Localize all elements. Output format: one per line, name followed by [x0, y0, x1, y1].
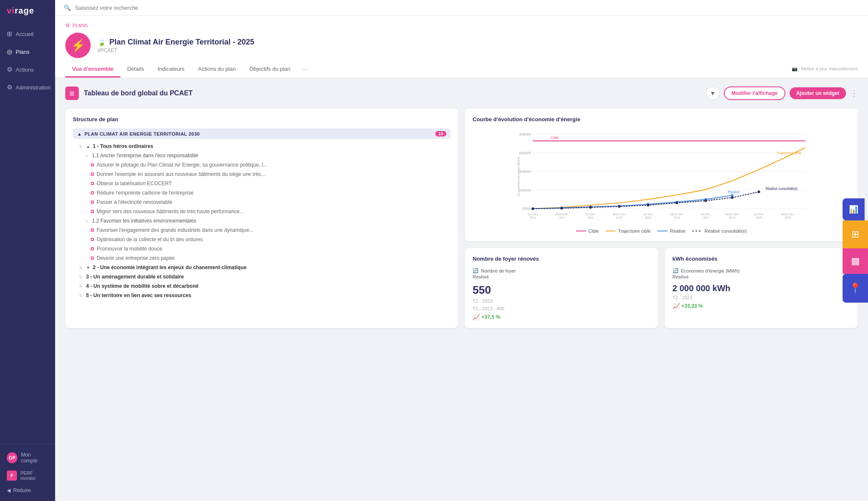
kpi-kwh-label-row: 🔄 Economies d'énergie (MWh) — [673, 268, 851, 273]
tab-more-button[interactable]: ··· — [297, 62, 313, 77]
dot-icon — [91, 191, 94, 195]
list-item: Réduire l'empreinte carbone de l'entrepr… — [73, 188, 451, 198]
item-label: Favoriser l'engagement des grands indust… — [97, 227, 253, 233]
svg-text:2MkWh: 2MkWh — [519, 188, 531, 192]
legend-realise-consolide: Réalisé consolidé(e) — [692, 228, 747, 234]
plan-title-text: Plan Climat Air Energie Territorial - 20… — [109, 38, 254, 47]
sidebar-item-accueil[interactable]: ⊞ Accueil — [0, 25, 55, 43]
list-item: Obtenir la labélisation ECOCERT — [73, 179, 451, 188]
chevron-down-icon[interactable]: ▼ — [86, 265, 90, 270]
tab-objectifs[interactable]: Objectifs du plan — [242, 61, 297, 78]
item-label: Optimisation de la collecte et du tri de… — [97, 237, 203, 242]
svg-text:1er trim.: 1er trim. — [528, 213, 538, 216]
kpi-foyer-sub-period: T1 - 2023 : 400 — [473, 306, 651, 311]
sidebar-item-actions[interactable]: ⚙ Actions — [0, 61, 55, 78]
dot-icon — [91, 238, 94, 241]
svg-text:Réalisé: Réalisé — [728, 190, 740, 194]
svg-text:1er trim.: 1er trim. — [585, 213, 596, 216]
svg-text:2024: 2024 — [729, 216, 735, 219]
kpi-foyer-label-row: 🔄 Nombre de foyer — [473, 268, 651, 273]
chevron-down-icon[interactable]: ▲ — [86, 144, 90, 149]
item-label: 1 - Tous héros ordinaires — [93, 143, 153, 149]
arrow-icon: ↳ — [79, 274, 83, 280]
svg-point-23 — [531, 207, 534, 210]
tab-vue-ensemble[interactable]: Vue d'ensemble — [65, 61, 120, 78]
item-label: 2 - Une économie intégrant les enjeux du… — [93, 264, 247, 270]
svg-text:2024: 2024 — [702, 216, 709, 219]
list-item: Donner l'exemple en assurant aux nouveau… — [73, 170, 451, 179]
kpi-foyer-sublabel: Réalisé — [473, 274, 651, 279]
kpi-grid: Nombre de foyer rénovés 🔄 Nombre de foye… — [465, 248, 858, 328]
item-label: Obtenir la labélisation ECOCERT — [97, 181, 172, 186]
svg-point-31 — [757, 190, 760, 193]
svg-text:0kWh: 0kWh — [522, 206, 531, 211]
list-item: Assurer le pilotage du Plan Climat Air E… — [73, 160, 451, 170]
plan-tabs: Vue d'ensemble Détails Indicateurs Actio… — [65, 61, 858, 78]
kpi-kwh-period: T2 - 2023 — [673, 295, 851, 300]
tab-actions-plan[interactable]: Actions du plan — [191, 61, 242, 78]
perf-monitor[interactable]: P PERFmonitor — [0, 467, 55, 484]
list-item: ↳ 1.1 Ancrer l'entreprise dans l'éco res… — [73, 151, 451, 160]
leaf-icon: 🍃 — [97, 38, 106, 46]
widgets-float-button[interactable]: ▦ — [843, 248, 868, 274]
group-count: 10 — [435, 131, 446, 136]
ajouter-widget-button[interactable]: Ajouter un widget — [790, 87, 846, 99]
dot-icon — [91, 228, 94, 232]
list-item: ↳ 4 - Un système de mobilité sobre et dé… — [73, 281, 451, 291]
actions-icon: ⚙ — [7, 66, 12, 73]
list-item: ↳ ▼ 2 - Une économie intégrant les enjeu… — [73, 263, 451, 272]
svg-text:Economies d'énergie (MWh): Economies d'énergie (MWh) — [517, 157, 520, 196]
sidebar-item-administration[interactable]: ⚙ Administration — [0, 78, 55, 96]
main-area: 🔍 ⚙ PLANS ⚡ 🍃 Plan Climat Air Energie Te… — [55, 0, 868, 501]
plan-title: 🍃 Plan Climat Air Energie Territorial - … — [97, 38, 858, 47]
account-label: Mon compte — [21, 452, 48, 464]
bolt-icon: ⚡ — [71, 39, 86, 53]
camera-icon: 📷 — [792, 66, 798, 72]
sidebar-item-label: Administration — [16, 84, 50, 91]
svg-text:2021: 2021 — [559, 216, 565, 219]
item-label: Passer à l'électricité renouvelable — [97, 199, 172, 205]
tab-indicateurs[interactable]: Indicateurs — [151, 61, 192, 78]
home-icon: ⊞ — [7, 30, 12, 38]
tab-details[interactable]: Détails — [120, 61, 151, 78]
plan-group-header: ▲ PLAN CLIMAT AIR ENERGIE TERRITORIAL 20… — [73, 128, 451, 139]
sidebar-item-plans[interactable]: ◎ Plans — [0, 43, 55, 61]
kpi-foyer-title: Nombre de foyer rénovés — [473, 256, 651, 262]
legend-line-cible — [576, 231, 586, 231]
svg-text:2023: 2023 — [645, 216, 651, 219]
dashboard-title: Tableau de bord global du PCAET — [84, 89, 701, 97]
reduce-label: Réduire — [13, 487, 31, 493]
item-label: 1.2 Favoriser les initiatives environnem… — [92, 218, 196, 224]
modifier-affichage-button[interactable]: Modifier l'affichage — [724, 86, 785, 100]
chevron-left-icon: ◀ — [7, 487, 11, 493]
list-item: ↳ 3 - Un aménagement durable et solidair… — [73, 272, 451, 281]
legend-label-consolide: Réalisé consolidé(e) — [704, 228, 747, 234]
energy-chart: 8MkWh 6MkWh 4MkWh 2MkWh 0kWh — [473, 128, 850, 225]
analytics-float-button[interactable]: 📊 — [843, 198, 865, 220]
svg-point-28 — [676, 202, 678, 204]
item-label: Donner l'exemple en assurant aux nouveau… — [97, 171, 265, 177]
svg-text:3ème trim.: 3ème trim. — [781, 213, 794, 216]
list-item: ↳ ▲ 1 - Tous héros ordinaires — [73, 142, 451, 151]
perf-label: PERFmonitor — [20, 470, 36, 481]
dashboard-float-button[interactable]: ⊞ — [843, 220, 868, 248]
svg-text:8MkWh: 8MkWh — [519, 132, 531, 136]
tab-right-text: Mettre à jour manuellement — [801, 66, 858, 71]
user-account[interactable]: GP Mon compte — [0, 448, 55, 467]
collapse-button[interactable]: ▼ — [706, 86, 720, 100]
more-options-icon[interactable]: ⋮ — [850, 89, 858, 98]
search-input[interactable] — [75, 5, 202, 11]
location-float-button[interactable]: 📍 — [843, 274, 868, 303]
kpi-kwh-label: Economies d'énergie (MWh) — [681, 268, 740, 273]
reduce-button[interactable]: ◀ Réduire — [0, 484, 55, 497]
sidebar-item-label: Plans — [16, 49, 30, 55]
sidebar-item-label: Actions — [16, 67, 34, 73]
chart-title: Courbe d'évolution d'économie d'énergie — [473, 116, 850, 122]
svg-text:Réalisé consolidé(e): Réalisé consolidé(e) — [765, 186, 798, 191]
legend-cible: Cible — [576, 228, 599, 234]
kpi-kwh-change-value: +33,33 % — [682, 303, 703, 309]
collapse-group-icon[interactable]: ▲ — [77, 131, 82, 136]
arrow-icon: ↳ — [85, 218, 89, 224]
tab-right-action: 📷 Mettre à jour manuellement — [792, 66, 858, 73]
dot-icon — [91, 173, 94, 176]
